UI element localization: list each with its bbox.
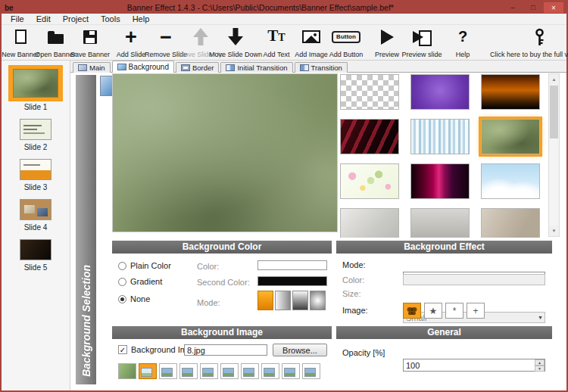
buy-full-version-button[interactable]: Click here to buy the full version! (486, 26, 568, 59)
color-swatch[interactable] (257, 260, 327, 270)
scrollbar-thumb[interactable] (550, 86, 558, 138)
add-text-label: Add Text (264, 51, 290, 58)
menu-file[interactable]: File (5, 14, 30, 23)
background-thumbnail[interactable] (340, 208, 399, 238)
add-button-button[interactable]: Button Add Button (329, 26, 364, 59)
gradient-mode-radial[interactable] (310, 291, 326, 310)
background-panel: Background Selection ▲ ▼ Ba (70, 72, 566, 390)
slide-thumbnail (20, 199, 51, 220)
slide-item-4[interactable]: Slide 4 (18, 198, 53, 232)
title-bar: be Banner Effect 1.4.3 - C:\Users\Public… (2, 2, 566, 14)
background-image-filename-input[interactable] (184, 344, 267, 356)
tab-main[interactable]: Main (73, 62, 111, 73)
gradient-radio[interactable] (118, 278, 126, 286)
background-thumbnail[interactable] (410, 119, 470, 154)
move-slide-down-button[interactable]: Move Slide Down (218, 26, 253, 59)
menu-project[interactable]: Project (58, 14, 94, 23)
background-thumbnail[interactable] (340, 163, 399, 199)
background-thumbnail[interactable] (410, 208, 470, 238)
slide-label: Slide 4 (24, 223, 48, 232)
background-image-checkbox[interactable]: ✓ (118, 345, 127, 354)
slide-item-2[interactable]: Slide 2 (18, 117, 53, 151)
effect-color-field (403, 274, 545, 285)
main-tab-icon (78, 64, 87, 71)
scroll-down-icon[interactable]: ▼ (549, 226, 559, 236)
background-image-thumbnail[interactable] (241, 363, 259, 379)
slide-label: Slide 3 (24, 183, 48, 191)
effect-add-image-button[interactable]: + (467, 303, 485, 319)
background-image-thumbnail[interactable] (159, 363, 177, 379)
gradient-mode-solid[interactable] (257, 291, 273, 310)
effect-image-label: Image: (342, 306, 368, 315)
slide-label: Slide 5 (24, 263, 48, 272)
gradient-mode-horizontal[interactable] (275, 291, 291, 310)
background-thumbnail[interactable] (481, 208, 540, 238)
tab-initial-transition[interactable]: Initial Transition (220, 62, 292, 73)
effect-star-button[interactable]: ★ (424, 303, 442, 319)
section-title: Background Effect (336, 241, 552, 254)
background-thumbnail-selected[interactable] (481, 119, 540, 154)
background-thumbnail[interactable] (481, 74, 540, 110)
spin-up-icon[interactable]: ▲ (535, 359, 545, 366)
background-thumbnail[interactable] (410, 74, 470, 110)
app-icon: be (5, 4, 14, 12)
preview-slide-label: Preview slide (401, 51, 442, 58)
none-radio[interactable] (118, 295, 126, 303)
slide-item-5[interactable]: Slide 5 (18, 238, 53, 272)
background-image-thumbnail[interactable] (200, 363, 218, 379)
background-image-thumbnail[interactable] (179, 363, 198, 379)
effect-sparkle-button[interactable]: * (445, 303, 463, 319)
add-image-button[interactable]: Add Image (294, 26, 329, 59)
gallery-scrollbar[interactable]: ▲ ▼ (548, 73, 560, 237)
text-icon: TT (267, 27, 285, 46)
background-thumbnail[interactable] (481, 163, 540, 199)
tab-border[interactable]: Border (176, 62, 220, 73)
tab-transition[interactable]: Transition (295, 62, 348, 73)
help-button[interactable]: ? Help (445, 26, 480, 59)
key-icon (535, 27, 545, 46)
slide-thumbnail (20, 239, 51, 260)
effect-butterfly-button[interactable] (403, 303, 421, 319)
menu-edit[interactable]: Edit (31, 14, 56, 23)
background-thumbnail[interactable] (340, 119, 399, 154)
preview-button[interactable]: Preview (370, 26, 404, 59)
slide-item-3[interactable]: Slide 3 (18, 157, 53, 191)
maximize-button[interactable]: □ (523, 2, 543, 13)
opacity-label: Opacity [%] (342, 348, 385, 357)
tab-background[interactable]: Background (112, 61, 174, 73)
window-title: Banner Effect 1.4.3 - C:\Users\Public\Do… (18, 3, 503, 12)
add-slide-button[interactable]: + Add Slide (114, 26, 148, 59)
background-image-thumbnail[interactable] (282, 363, 300, 379)
background-image-thumbnail-selected[interactable] (139, 363, 157, 379)
browse-button[interactable]: Browse... (273, 344, 327, 356)
section-title: General (336, 326, 552, 339)
add-text-button[interactable]: TT Add Text (259, 26, 294, 59)
open-banner-button[interactable]: Open Banner (38, 26, 73, 59)
minimize-button[interactable]: – (503, 2, 523, 13)
tab-label: Background (129, 63, 169, 71)
background-image-thumbnail[interactable] (261, 363, 279, 379)
background-image-thumbnail[interactable] (302, 363, 320, 379)
plain-color-radio[interactable] (118, 262, 126, 270)
slide-item-1[interactable]: Slide 1 (8, 65, 63, 111)
save-banner-button[interactable]: Save Banner (73, 26, 108, 59)
plus-icon: + (125, 27, 137, 46)
gradient-mode-vertical[interactable] (292, 291, 308, 310)
background-image-thumbnail[interactable] (220, 363, 239, 379)
background-thumbnail[interactable] (410, 163, 470, 199)
background-thumbnail-transparent[interactable] (340, 74, 399, 110)
second-color-swatch[interactable] (257, 276, 327, 286)
opacity-input[interactable] (403, 359, 545, 372)
background-preview (112, 73, 338, 232)
menu-help[interactable]: Help (127, 14, 155, 23)
new-banner-button[interactable]: New Banner (3, 26, 38, 59)
scroll-up-icon[interactable]: ▲ (549, 74, 559, 85)
gradient-label: Gradient (130, 277, 162, 286)
spin-down-icon[interactable]: ▼ (535, 366, 545, 372)
opacity-spinner[interactable]: ▲ ▼ (535, 359, 545, 371)
menu-bar: File Edit Project Tools Help (2, 14, 566, 25)
menu-tools[interactable]: Tools (95, 14, 126, 23)
close-button[interactable]: × (544, 2, 563, 13)
background-image-thumbnail[interactable] (118, 363, 136, 379)
preview-slide-button[interactable]: Preview slide (404, 26, 439, 59)
